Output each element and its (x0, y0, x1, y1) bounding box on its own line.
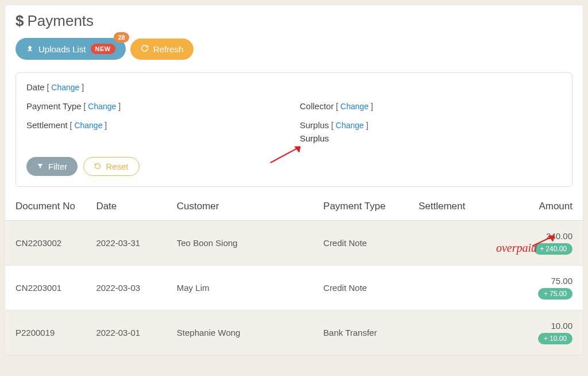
plus-icon: + (544, 335, 548, 343)
undo-icon (94, 162, 101, 171)
surplus-badge: + 240.00 (534, 243, 572, 255)
cell-amount: 75.00 (551, 276, 572, 286)
filter-button[interactable]: Filter (26, 157, 78, 176)
filter-date-label: Date (26, 82, 45, 92)
upload-icon (26, 44, 34, 54)
col-payment-type: Payment Type (323, 201, 419, 212)
filter-settlement-label: Settlement (26, 120, 68, 130)
col-date: Date (96, 201, 176, 212)
plus-icon: + (540, 245, 544, 253)
cell-doc: CN2203001 (16, 283, 96, 293)
reset-button[interactable]: Reset (83, 157, 139, 176)
page-title: $ Payments (16, 12, 572, 30)
cell-amount: 240.00 (546, 231, 572, 241)
col-customer: Customer (177, 201, 323, 212)
filter-collector-change[interactable]: Change (341, 102, 369, 111)
cell-customer: Stephanie Wong (177, 328, 323, 337)
surplus-badge-value: 75.00 (550, 290, 567, 298)
table-header: Document No Date Customer Payment Type S… (5, 193, 583, 221)
surplus-badge: + 75.00 (538, 288, 572, 300)
filter-button-label: Filter (48, 162, 67, 171)
cell-payment-type: Bank Transfer (323, 328, 419, 337)
refresh-button[interactable]: Refresh (130, 39, 194, 60)
cell-date: 2022-03-01 (96, 328, 176, 337)
cell-doc: CN2203002 (16, 238, 96, 248)
filter-collector-label: Collector (300, 101, 334, 111)
plus-icon: + (544, 290, 548, 298)
page-title-text: Payments (27, 12, 94, 30)
filter-surplus-change[interactable]: Change (336, 121, 364, 130)
filter-date-change[interactable]: Change (51, 83, 79, 92)
cell-customer: Teo Boon Siong (177, 238, 323, 248)
cell-payment-type: Credit Note (323, 238, 419, 248)
table-row[interactable]: CN2203001 2022-03-03 May Lim Credit Note… (5, 266, 583, 310)
uploads-list-label: Uploads List (38, 44, 86, 54)
col-settlement: Settlement (419, 201, 506, 212)
refresh-icon (141, 44, 149, 54)
filter-surplus-label: Surplus (300, 120, 329, 130)
uploads-list-button[interactable]: Uploads List NEW 28 (16, 38, 126, 60)
cell-date: 2022-03-03 (96, 283, 176, 293)
filter-surplus-value: Surplus (300, 133, 562, 143)
cell-amount: 10.00 (551, 321, 572, 331)
col-amount: Amount (506, 201, 572, 212)
cell-customer: May Lim (177, 283, 323, 293)
surplus-badge-value: 10.00 (550, 335, 567, 343)
filter-payment-type-label: Payment Type (26, 101, 82, 111)
table-row[interactable]: CN2203002 2022-03-31 Teo Boon Siong Cred… (5, 221, 583, 266)
cell-date: 2022-03-31 (96, 238, 176, 248)
filter-payment-type-change[interactable]: Change (88, 102, 116, 111)
dollar-icon: $ (16, 12, 24, 30)
funnel-icon (37, 162, 44, 171)
cell-payment-type: Credit Note (323, 283, 419, 293)
col-document-no: Document No (16, 201, 96, 212)
table-row[interactable]: P2200019 2022-03-01 Stephanie Wong Bank … (5, 310, 583, 355)
reset-button-label: Reset (106, 162, 128, 171)
surplus-badge: + 10.00 (538, 333, 572, 344)
cell-doc: P2200019 (16, 328, 96, 337)
new-badge: NEW (91, 44, 115, 54)
filter-settlement-change[interactable]: Change (74, 121, 102, 130)
refresh-label: Refresh (153, 44, 184, 54)
filter-panel: Date [ Change ] Payment Type [ Change ] … (16, 72, 572, 187)
uploads-count-badge: 28 (114, 32, 129, 43)
surplus-badge-value: 240.00 (546, 245, 567, 253)
